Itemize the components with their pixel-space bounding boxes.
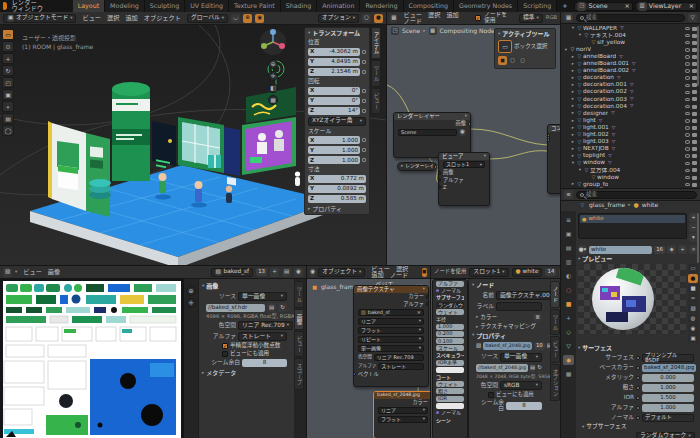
object-name[interactable]: decoration.002 [583, 89, 627, 95]
render-visibility-icon[interactable] [692, 133, 697, 137]
viewport-tool-button[interactable]: ▣ [2, 89, 14, 100]
hide-eye-icon[interactable] [685, 169, 690, 173]
render-visibility-icon[interactable] [692, 97, 697, 101]
property-value-field[interactable]: 1.000 [642, 384, 694, 392]
use-nodes-icon[interactable]: ◼ [422, 268, 427, 277]
render-visibility-icon[interactable] [692, 147, 697, 151]
collapsed-output-socket[interactable] [434, 165, 437, 169]
object-name[interactable]: テキスト.004 [590, 33, 626, 39]
filepath-field[interactable]: //baked_sf.hdr [206, 304, 265, 312]
viewport-tool-button[interactable]: ▤ [2, 113, 14, 124]
lock-icon[interactable] [362, 148, 366, 152]
alpha-dropdown[interactable]: ストレート▾ [238, 332, 287, 341]
bsdf-row[interactable]: スケール [433, 345, 467, 352]
outliner-row[interactable]: ▸ ▽ decoration.003 ▽ [561, 96, 700, 103]
property-value-field[interactable]: baked_sf_2048.jpg [642, 364, 696, 372]
render-visibility-icon[interactable] [692, 140, 697, 144]
object-name[interactable]: WALLPAPER [583, 26, 617, 32]
bsdf-row[interactable]: スペキュラー [433, 352, 467, 359]
image-datablock-selector[interactable]: ▨baked_sf [211, 268, 254, 277]
location-field[interactable]: Y4.8495 m [305, 57, 369, 67]
properties-section-header[interactable]: ▾プロパティ [472, 331, 546, 341]
render-icon[interactable]: ◉ [459, 129, 466, 136]
preview-type-icon[interactable]: ◍ [688, 314, 698, 323]
sidebar-tab[interactable]: ノード [550, 281, 560, 308]
zoom-icon[interactable]: ⊕ [268, 59, 278, 69]
image-editor-menu-item[interactable]: 画像 [45, 268, 63, 275]
bsdf-row[interactable]: 半径 [433, 316, 467, 323]
outliner-row[interactable]: ▸ ▽ toplight ▽ [561, 153, 700, 160]
bsdf-row[interactable]: ノーマル [433, 409, 467, 416]
scale-field[interactable]: Z1.000 [305, 155, 369, 165]
hide-eye-icon[interactable] [685, 48, 690, 52]
bsdf-row[interactable]: ウェイト [433, 381, 467, 388]
outliner-row[interactable]: ▽ slf_yellow ▽ [561, 39, 700, 46]
bsdf-row[interactable]: コート [433, 373, 467, 380]
preview-type-icon[interactable]: ▣ [688, 334, 698, 343]
properties-tab-icon[interactable]: ◇ [563, 327, 574, 337]
outliner-row[interactable]: ▸ ▽ decoration.004 ▽ [561, 103, 700, 110]
source-dropdown[interactable]: 単一画像▾ [238, 292, 287, 301]
outliner-row[interactable]: ▸ ▽ designer ▽ [561, 110, 700, 117]
viewport-tool-button[interactable]: ◰ [2, 77, 14, 88]
viewer-input-row[interactable]: 画像 [439, 169, 489, 176]
object-name[interactable]: NEXTJOB [583, 146, 609, 152]
material-preview[interactable] [578, 264, 686, 334]
vector-input-socket[interactable] [353, 372, 356, 376]
bsdf-row[interactable]: サブサーフェス [433, 294, 467, 301]
object-name[interactable]: noriV [576, 47, 591, 53]
bsdf-row[interactable]: ウェイト [433, 309, 467, 316]
node-dropdown-row[interactable]: リニア▾ [378, 407, 428, 414]
editor-type-icon[interactable]: ◉ [310, 268, 315, 277]
workspace-tab[interactable]: Layout [73, 0, 105, 12]
hide-eye-icon[interactable] [685, 76, 690, 80]
object-name[interactable]: light [583, 118, 596, 124]
node-section-header[interactable]: ▾ノード [472, 280, 546, 290]
node-dropdown-row[interactable]: リピート▾ [354, 335, 428, 344]
shader1-menu-item[interactable]: ノード [387, 271, 412, 278]
outliner-row[interactable]: ▸ ▽ NEXTJOB ▽ [561, 146, 700, 153]
preview-type-icon[interactable]: ▭ [688, 264, 698, 273]
viewer-node-header[interactable]: ビューア▾ [439, 153, 489, 160]
bsdf-row[interactable]: 0.100 [433, 338, 467, 345]
preview-type-icon[interactable]: ≈ [688, 294, 698, 303]
node-dropdown-row[interactable]: フラット▾ [378, 416, 428, 423]
hide-eye-icon[interactable] [685, 98, 690, 102]
output-socket[interactable] [426, 302, 429, 306]
render-visibility-icon[interactable] [692, 112, 697, 116]
lock-icon[interactable] [362, 99, 366, 103]
bsdf-row[interactable]: アルファ [433, 280, 467, 287]
render-visibility-icon[interactable] [692, 119, 697, 123]
render-visibility-icon[interactable] [692, 154, 697, 158]
mode-dropdown[interactable]: ▣オブジェクトモード▾ [3, 14, 76, 23]
workspace-tab[interactable]: Sculpting [145, 0, 185, 12]
camera-view-icon[interactable]: ◧ [268, 83, 278, 93]
image-output-socket[interactable] [468, 122, 471, 126]
object-name[interactable]: annelBoard [583, 54, 616, 60]
output-row[interactable]: アルファ [354, 301, 428, 308]
reload-icon[interactable]: ↻ [537, 364, 542, 373]
properties-tab-icon[interactable]: ▣ [563, 229, 574, 239]
viewport-tool-button[interactable]: ⌖ [2, 101, 14, 112]
view-as-render-checkbox[interactable] [488, 392, 494, 398]
hide-eye-icon[interactable] [685, 34, 690, 38]
object-name[interactable]: toplight [583, 153, 605, 159]
property-value-field[interactable]: デフォルト [642, 414, 694, 422]
seam-margin-field[interactable]: 8 [242, 359, 287, 367]
workspace-tab[interactable]: Scripting [518, 0, 557, 12]
outliner-row[interactable]: ▸ ▽ light.001 ▽ [561, 124, 700, 131]
properties-tab-icon[interactable]: ≡ [563, 215, 574, 225]
editor-type-icon[interactable]: ▨ [3, 268, 12, 277]
filter-icon[interactable]: ▽ [688, 13, 697, 22]
image-canvas[interactable] [0, 279, 184, 438]
outliner-row[interactable]: ▾ ▽ WALLPAPER ▽ [561, 25, 700, 32]
overlay-toggle-icon[interactable]: ◉ [255, 14, 264, 23]
select-extend-icon[interactable]: ◻ [508, 56, 517, 65]
material-slot-name[interactable]: white [588, 216, 603, 222]
unlink-icon[interactable]: × [624, 3, 629, 9]
node-label-field[interactable] [496, 302, 542, 311]
render-visibility-icon[interactable] [692, 126, 697, 130]
image-name-field[interactable]: baked_sf_2048.jpg [483, 342, 532, 350]
viewport-menu-item[interactable]: オブジェクト [141, 14, 184, 21]
half-float-checkbox[interactable] [222, 343, 228, 349]
